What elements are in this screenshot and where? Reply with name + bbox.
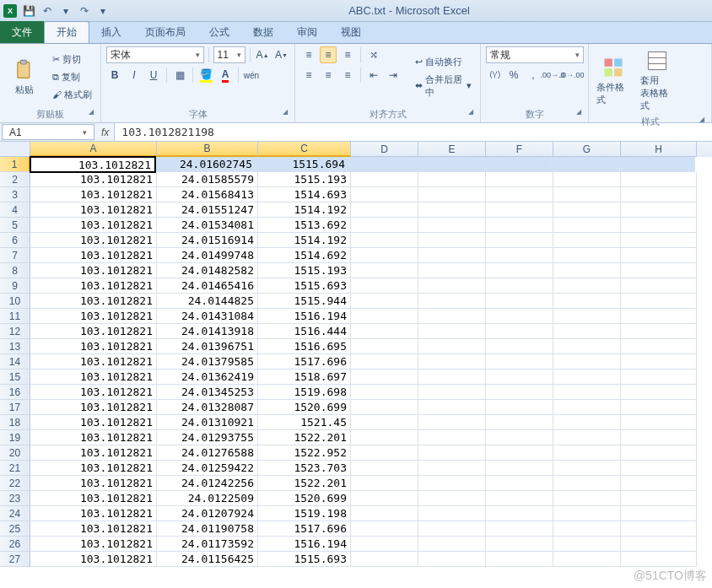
cell[interactable]: 103.1012821 (30, 187, 157, 202)
cell[interactable]: 1520.699 (258, 491, 351, 506)
phonetic-button[interactable]: wén (243, 67, 260, 84)
cell[interactable] (553, 400, 621, 415)
cell[interactable] (621, 309, 697, 324)
cell[interactable] (621, 248, 697, 263)
cell[interactable] (351, 537, 418, 552)
cell[interactable]: 1521.45 (258, 415, 351, 430)
cell[interactable] (621, 521, 697, 537)
cell[interactable] (621, 506, 697, 521)
cell[interactable]: 103.1012821 (30, 445, 157, 461)
cell[interactable] (418, 339, 486, 354)
number-format-combo[interactable]: 常规 (486, 46, 584, 63)
cut-button[interactable]: ✂剪切 (49, 51, 95, 67)
cell[interactable] (351, 263, 418, 278)
cell[interactable] (351, 278, 418, 294)
tab-审阅[interactable]: 审阅 (285, 22, 329, 43)
cell[interactable]: 24.01396751 (157, 339, 258, 354)
font-name-combo[interactable]: 宋体 (106, 46, 204, 63)
cell[interactable]: 24.01259422 (157, 461, 258, 476)
cell[interactable]: 24.01413918 (157, 324, 258, 339)
cell[interactable] (621, 339, 697, 354)
currency-button[interactable]: 🄨 (486, 67, 503, 84)
cell[interactable] (418, 278, 486, 294)
cell[interactable] (351, 339, 418, 354)
indent-decrease-button[interactable]: ⇤ (365, 67, 382, 84)
row-header[interactable]: 3 (0, 187, 30, 202)
cell[interactable] (552, 157, 619, 172)
cell[interactable]: 1519.698 (258, 385, 351, 400)
row-header[interactable]: 12 (0, 324, 30, 339)
cell[interactable] (418, 263, 486, 278)
cell[interactable] (418, 172, 486, 187)
cell[interactable] (418, 324, 486, 339)
cell[interactable]: 1514.192 (258, 202, 351, 218)
cell[interactable]: 24.0122509 (157, 491, 258, 506)
cell[interactable] (553, 218, 621, 233)
cell[interactable] (418, 461, 486, 476)
cell[interactable]: 1515.693 (258, 278, 351, 294)
cell[interactable] (553, 415, 621, 430)
cell[interactable]: 1516.695 (258, 339, 351, 354)
cell[interactable]: 24.01362419 (157, 370, 258, 385)
cell[interactable] (621, 172, 697, 187)
cell[interactable]: 24.01276588 (157, 445, 258, 461)
tab-开始[interactable]: 开始 (44, 21, 89, 43)
grow-font-button[interactable]: A▲ (254, 46, 270, 63)
cell[interactable] (621, 202, 697, 218)
cell[interactable] (351, 309, 418, 324)
fx-button[interactable]: fx (96, 123, 115, 141)
cell[interactable] (621, 354, 697, 370)
cell[interactable]: 1517.696 (258, 354, 351, 370)
cell[interactable] (351, 461, 418, 476)
cell[interactable] (553, 278, 621, 294)
cell[interactable] (553, 309, 621, 324)
cell[interactable] (351, 294, 418, 309)
cell[interactable] (418, 370, 486, 385)
cell[interactable] (486, 202, 553, 218)
cell[interactable] (621, 385, 697, 400)
cell[interactable] (619, 157, 695, 172)
cell[interactable]: 1518.697 (258, 370, 351, 385)
format-painter-button[interactable]: 🖌格式刷 (49, 87, 95, 103)
row-header[interactable]: 6 (0, 233, 30, 248)
cell[interactable]: 1514.692 (258, 248, 351, 263)
cell[interactable] (418, 202, 486, 218)
cell[interactable] (418, 309, 486, 324)
cell[interactable] (486, 370, 553, 385)
cell[interactable] (553, 294, 621, 309)
cell[interactable] (486, 385, 553, 400)
cell[interactable] (486, 354, 553, 370)
cell[interactable] (621, 370, 697, 385)
cell[interactable]: 103.1012821 (30, 324, 157, 339)
cell[interactable]: 103.1012821 (30, 156, 156, 173)
align-middle-button[interactable]: ≡ (320, 46, 337, 63)
tab-页面布局[interactable]: 页面布局 (133, 22, 197, 43)
cell[interactable]: 103.1012821 (30, 218, 157, 233)
column-header-B[interactable]: B (157, 142, 258, 157)
cell[interactable]: 103.1012821 (30, 400, 157, 415)
cell[interactable]: 1514.192 (258, 233, 351, 248)
cell[interactable] (621, 400, 697, 415)
cell[interactable] (486, 476, 553, 491)
cell[interactable] (553, 445, 621, 461)
cell[interactable] (553, 324, 621, 339)
row-header[interactable]: 15 (0, 370, 30, 385)
cell[interactable] (621, 476, 697, 491)
cell[interactable] (486, 263, 553, 278)
cell[interactable] (553, 187, 621, 202)
paste-button[interactable]: 粘贴 (5, 46, 44, 107)
cell[interactable] (553, 521, 621, 537)
font-size-combo[interactable]: 11 (213, 46, 245, 63)
cell[interactable] (486, 445, 553, 461)
cell[interactable]: 1519.198 (258, 506, 351, 521)
row-header[interactable]: 4 (0, 202, 30, 218)
cell[interactable]: 103.1012821 (30, 248, 157, 263)
row-header[interactable]: 17 (0, 400, 30, 415)
cell[interactable]: 1522.201 (258, 476, 351, 491)
cell[interactable]: 103.1012821 (30, 202, 157, 218)
row-header[interactable]: 5 (0, 218, 30, 233)
cell[interactable] (418, 537, 486, 552)
qat-dropdown[interactable]: ▾ (59, 4, 73, 18)
cell[interactable]: 24.01328087 (157, 400, 258, 415)
tab-公式[interactable]: 公式 (197, 22, 241, 43)
